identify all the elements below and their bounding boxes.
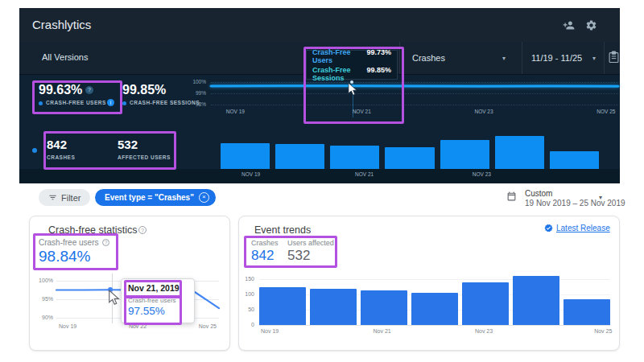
help-icon[interactable]: ? [138, 226, 147, 234]
bar[interactable] [275, 144, 324, 169]
chart-tooltip: Crash-Free Users99.73% Crash-Free Sessio… [306, 50, 398, 80]
event-trends-bar-chart[interactable] [259, 276, 610, 325]
tooltip-value: 99.73% [366, 48, 391, 64]
toolbar-divider [399, 42, 400, 74]
bar[interactable] [330, 146, 379, 169]
calendar-icon[interactable] [506, 191, 517, 205]
toolbar-divider [604, 42, 605, 74]
bar[interactable] [495, 136, 544, 170]
bar[interactable] [411, 293, 458, 325]
date-picker-mode[interactable]: Custom [525, 189, 552, 198]
x-tick-label: NOV 25 [597, 109, 615, 114]
x-tick-label: NOV 21 [355, 171, 374, 177]
bar[interactable] [361, 290, 407, 325]
metric-dropdown[interactable]: Crashes [412, 53, 445, 63]
bar[interactable] [564, 299, 610, 325]
new-release-icon [544, 224, 553, 232]
add-person-icon[interactable] [563, 19, 575, 35]
bar[interactable] [385, 147, 434, 169]
x-tick-label: Nov 25 [199, 323, 217, 329]
x-axis: NOV 19NOV 21NOV 23 [221, 171, 599, 179]
y-tick-label: 100% [35, 278, 53, 283]
y-tick-label: 100% [187, 79, 206, 84]
crash-free-users-label: CRASH-FREE USERS [46, 100, 106, 105]
bar[interactable] [259, 287, 306, 325]
crash-free-sessions-value: 99.85% [122, 83, 166, 97]
series-dot-icon [122, 101, 126, 105]
latest-release-label: Latest Release [556, 224, 610, 232]
users-affected-stat-label: Users affected [287, 239, 334, 247]
crashlytics-dashboard: Crashlytics All Versions Crashes ▾ 11/19… [0, 0, 644, 362]
x-tick-label: NOV 19 [242, 171, 260, 177]
filter-button[interactable]: Filter [39, 189, 90, 206]
help-icon[interactable]: ? [85, 86, 93, 94]
x-axis: NOV 19NOV 21NOV 23NOV 25 [211, 109, 618, 117]
x-axis: Nov 19Nov 21Nov 23Nov 25 [259, 328, 610, 336]
x-tick-label: NOV 23 [474, 109, 493, 114]
tooltip-label: Crash-Free Sessions [312, 66, 366, 82]
x-tick-label: NOV 21 [353, 109, 371, 114]
crashes-label: CRASHES [47, 154, 75, 160]
y-tick-label: 95% [35, 296, 53, 302]
affected-users-count: 532 [118, 138, 138, 151]
info-icon[interactable]: i [107, 99, 114, 106]
axis-baseline [259, 325, 610, 326]
users-affected-stat-value: 532 [287, 248, 310, 264]
bar[interactable] [513, 276, 559, 325]
y-tick-label: 50 [240, 306, 254, 312]
tooltip-value: 99.85% [366, 66, 391, 82]
crash-free-users-metric-label: Crash-free users [39, 238, 98, 247]
tooltip-value: 97.55% [128, 305, 194, 317]
crashes-count: 842 [47, 138, 67, 151]
tooltip-label: Crash-free users [128, 297, 194, 304]
mouse-cursor [348, 82, 357, 97]
bar[interactable] [440, 140, 489, 169]
all-versions-selector[interactable]: All Versions [42, 52, 88, 62]
tooltip-label: Crash-Free Users [312, 48, 366, 64]
date-range-dropdown[interactable]: 11/19 - 11/25 [531, 53, 582, 63]
card-title: Event trends [254, 224, 311, 236]
crash-free-users-metric-value: 98.84% [39, 248, 90, 265]
x-tick-label: NOV 19 [226, 109, 245, 114]
chip-label: Event type = "Crashes" [105, 193, 194, 202]
x-axis: Nov 19Nov 22Nov 25 [56, 323, 219, 331]
tooltip-date: Nov 21, 2019 [128, 283, 194, 293]
y-tick-label: 0 [240, 322, 254, 327]
clipboard-icon[interactable] [609, 51, 619, 67]
bar[interactable] [310, 289, 357, 325]
x-tick-label: Nov 19 [59, 323, 76, 329]
event-type-filter-chip[interactable]: Event type = "Crashes" × [95, 189, 216, 206]
chevron-down-icon[interactable]: ▾ [599, 195, 602, 201]
bar[interactable] [462, 282, 509, 325]
y-tick-label: 100 [240, 291, 254, 297]
date-picker-range[interactable]: 19 Nov 2019 – 25 Nov 2019 [525, 199, 625, 208]
crash-free-users-value: 99.63% [39, 83, 82, 97]
x-tick-label: NOV 23 [473, 171, 491, 177]
x-tick-label: Nov 21 [374, 328, 391, 334]
settings-gear-icon[interactable] [585, 19, 597, 35]
help-icon[interactable]: ? [102, 239, 109, 246]
series-dot-icon [32, 148, 37, 153]
crashes-stat-value: 842 [251, 248, 274, 264]
x-tick-label: Nov 19 [261, 328, 279, 334]
chevron-down-icon[interactable]: ▾ [502, 56, 506, 62]
x-tick-label: Nov 22 [129, 323, 147, 329]
mouse-cursor [108, 290, 120, 306]
card-title: Crash-free statistics [48, 224, 137, 236]
close-icon[interactable]: × [199, 192, 209, 203]
crashes-bar-chart[interactable] [221, 130, 599, 169]
series-dot-icon [39, 101, 43, 105]
affected-users-label: AFFECTED USERS [118, 154, 171, 160]
toolbar-divider [522, 42, 522, 74]
chevron-down-icon[interactable]: ▾ [592, 56, 596, 62]
bar[interactable] [221, 143, 270, 169]
y-tick-label: 150 [240, 276, 254, 282]
x-tick-label: Nov 23 [475, 328, 493, 334]
app-bar [19, 8, 620, 43]
bar[interactable] [550, 151, 599, 169]
y-tick-label: 98% [187, 101, 206, 107]
filter-label: Filter [61, 193, 80, 203]
latest-release-link[interactable]: Latest Release [544, 224, 610, 232]
crash-free-line-chart[interactable] [211, 83, 618, 105]
crashes-stat-label: Crashes [251, 239, 279, 247]
